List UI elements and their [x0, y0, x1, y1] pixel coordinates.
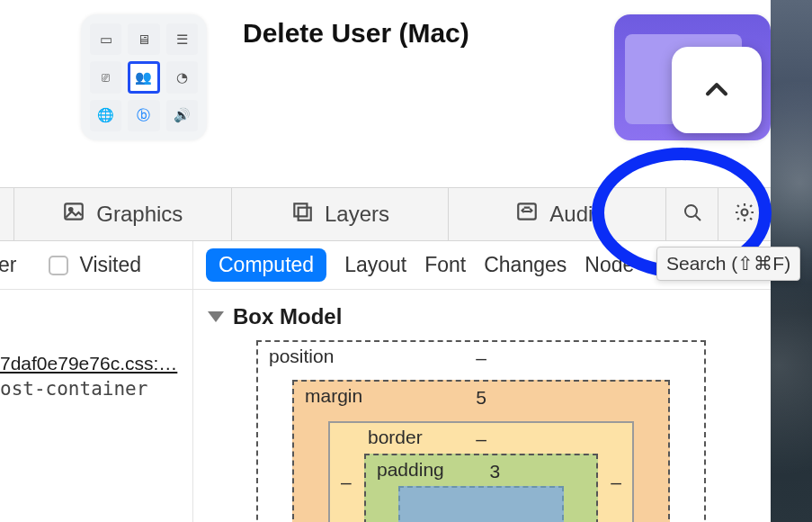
layers-icon [290, 200, 314, 229]
bottom-panes: 7daf0e79e76c.css:… ost-container Box Mod… [0, 290, 771, 522]
pref-cell-selected: 👥 [128, 61, 159, 93]
box-content [398, 486, 564, 522]
tab-graphics[interactable]: Graphics [14, 188, 232, 240]
thumbnail-syspref[interactable]: ▭ 🖥 ☰ ⎚ 👥 ◔ 🌐 ⓑ 🔊 [81, 14, 207, 140]
pref-cell: 🖥 [128, 23, 159, 55]
tab-label: Layers [325, 202, 389, 227]
page-content: ▭ 🖥 ☰ ⎚ 👥 ◔ 🌐 ⓑ 🔊 Delete User (Mac) [0, 0, 771, 153]
box-value-top: 5 [476, 387, 486, 409]
pref-cell: ⎚ [90, 61, 121, 93]
settings-button[interactable] [718, 188, 771, 240]
tab-computed[interactable]: Computed [206, 248, 326, 282]
tab-audit[interactable]: Audit [449, 188, 666, 240]
box-model-header[interactable]: Box Model [208, 304, 771, 329]
box-value-top: – [476, 428, 486, 450]
search-icon [682, 202, 703, 227]
box-value-top: – [476, 347, 486, 369]
devtools-toolbar: Graphics Layers Audit [0, 187, 771, 241]
disclosure-triangle-icon [208, 311, 224, 322]
box-value-left: – [341, 472, 352, 493]
pref-cell: ▭ [90, 23, 121, 55]
pref-cell: 🌐 [90, 100, 121, 131]
visited-label: Visited [79, 253, 141, 277]
box-value-top: 3 [490, 461, 501, 482]
tab-label: Graphics [96, 202, 183, 227]
svg-point-5 [685, 205, 697, 217]
box-label: border [368, 427, 423, 448]
svg-rect-3 [299, 208, 311, 220]
computed-pane: Box Model position – margin 5 border – –… [193, 290, 771, 522]
svg-rect-2 [294, 203, 307, 216]
tab-changes[interactable]: Changes [484, 253, 567, 277]
scroll-up-card[interactable] [672, 47, 762, 133]
styles-subrow: er Visited Computed Layout Font Changes … [0, 241, 771, 290]
css-source-link[interactable]: 7daf0e79e76c.css:… [0, 353, 192, 374]
audit-icon [515, 200, 539, 229]
partial-label: er [0, 253, 16, 277]
box-label: margin [305, 385, 362, 407]
tab-layout[interactable]: Layout [344, 253, 406, 277]
toolbar-edge [0, 188, 14, 240]
tab-font[interactable]: Font [424, 253, 466, 277]
svg-line-6 [695, 216, 700, 221]
pref-cell: 🔊 [166, 100, 198, 131]
box-model-diagram[interactable]: position – margin 5 border – – – padding… [256, 340, 706, 522]
tab-layers[interactable]: Layers [232, 188, 450, 240]
box-value-right: – [611, 472, 621, 493]
tab-node[interactable]: Node [584, 253, 634, 277]
css-rule-text: ost-container [0, 374, 192, 400]
pref-cell: ☰ [166, 23, 198, 55]
filter-area: er Visited [0, 241, 193, 290]
tab-label: Audit [549, 202, 599, 227]
box-label: position [269, 346, 334, 367]
search-tooltip: Search (⇧⌘F) [656, 247, 800, 281]
visited-checkbox[interactable] [49, 256, 68, 275]
rules-pane: 7daf0e79e76c.css:… ost-container [0, 290, 193, 522]
box-label: padding [377, 459, 444, 481]
gear-icon [733, 201, 756, 228]
page-title: Delete User (Mac) [243, 18, 469, 49]
thumbnail-grid: ▭ 🖥 ☰ ⎚ 👥 ◔ 🌐 ⓑ 🔊 [90, 23, 198, 131]
chevron-up-icon [701, 75, 732, 105]
svg-point-7 [742, 210, 748, 216]
pref-cell: ◔ [166, 61, 198, 93]
search-button[interactable] [666, 188, 718, 240]
pref-cell: ⓑ [128, 100, 159, 131]
box-model-heading: Box Model [233, 304, 342, 329]
image-icon [62, 200, 85, 229]
